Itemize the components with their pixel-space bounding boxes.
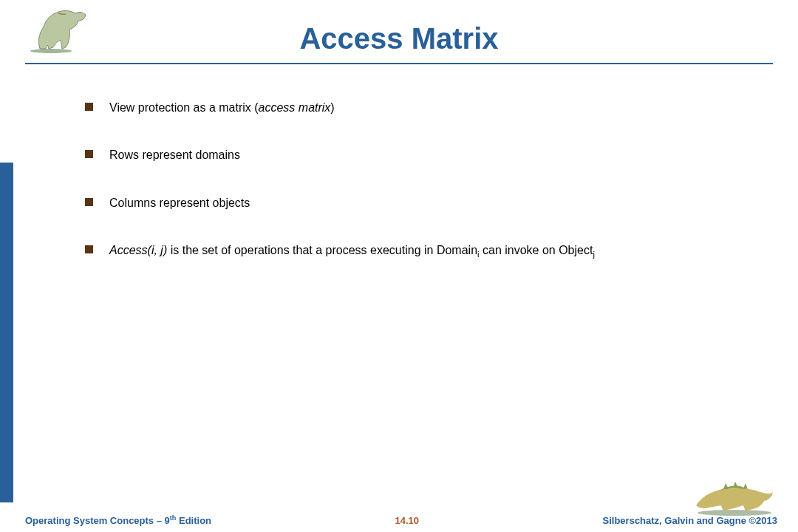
list-item: Access(i, j) is the set of operations th… [85, 242, 732, 261]
slide-footer: Operating System Concepts – 9th Edition … [0, 514, 798, 526]
svg-point-0 [30, 49, 72, 53]
bullet-text: Access(i, j) is the set of operations th… [109, 242, 595, 261]
list-item: Rows represent domains [85, 147, 732, 163]
bullet-icon [85, 245, 93, 253]
footer-left: Operating System Concepts – 9th Edition [25, 514, 211, 526]
footer-page-number: 14.10 [395, 515, 420, 526]
bullet-text: View protection as a matrix (access matr… [109, 100, 335, 116]
bullet-icon [85, 150, 93, 158]
sidebar-accent [0, 163, 13, 502]
slide-title: Access Matrix [0, 0, 798, 55]
dinosaur-upright-icon [25, 4, 106, 53]
bullet-icon [85, 198, 93, 206]
bullet-list: View protection as a matrix (access matr… [0, 64, 798, 261]
list-item: View protection as a matrix (access matr… [85, 100, 732, 116]
footer-right: Silberschatz, Galvin and Gagne ©2013 [603, 515, 777, 526]
bullet-text: Columns represent objects [109, 195, 250, 211]
list-item: Columns represent objects [85, 195, 732, 211]
bullet-icon [85, 103, 93, 111]
dinosaur-crouching-icon [690, 470, 779, 516]
bullet-text: Rows represent domains [109, 147, 240, 163]
